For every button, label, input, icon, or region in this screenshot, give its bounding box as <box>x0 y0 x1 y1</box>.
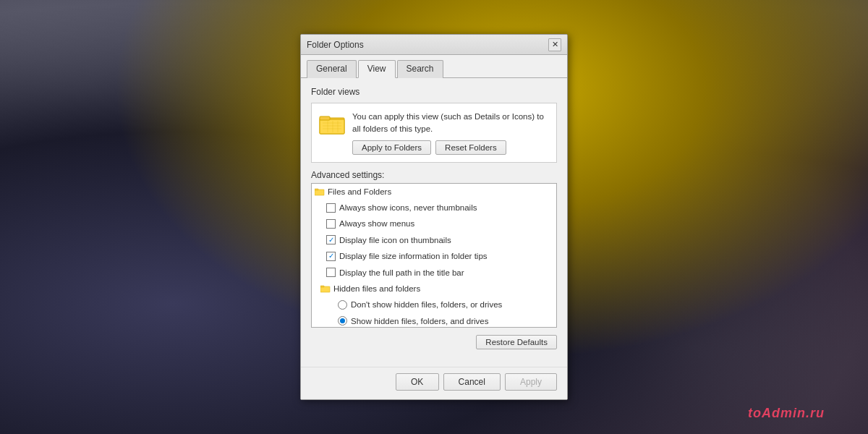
restore-row: Restore Defaults <box>311 335 557 349</box>
list-item[interactable]: Display file icon on thumbnails <box>312 232 556 248</box>
title-bar: Folder Options ✕ <box>301 35 567 55</box>
advanced-settings-list[interactable]: Files and Folders Always show icons, nev… <box>311 183 557 328</box>
dialog-body: Folder views You can apply this vie <box>301 78 567 366</box>
list-item[interactable]: Show hidden files, folders, and drives <box>312 313 556 328</box>
list-item: Files and Folders <box>312 184 556 200</box>
checkbox-display-file-size[interactable] <box>326 252 336 261</box>
list-item: Hidden files and folders <box>312 281 556 297</box>
display-file-size-label: Display file size information in folder … <box>339 250 488 263</box>
folder-views-buttons: Apply to Folders Reset Folders <box>352 140 549 155</box>
show-hidden-label: Show hidden files, folders, and drives <box>351 315 489 328</box>
reset-folders-button[interactable]: Reset Folders <box>435 140 506 155</box>
folder-views-box: You can apply this view (such as Details… <box>311 103 557 162</box>
apply-to-folders-button[interactable]: Apply to Folders <box>352 140 431 155</box>
folder-views-content: You can apply this view (such as Details… <box>352 111 549 154</box>
hidden-files-folders-label: Hidden files and folders <box>333 282 420 295</box>
advanced-settings-label: Advanced settings: <box>311 170 557 180</box>
svg-rect-10 <box>315 189 318 190</box>
list-item[interactable]: Display the full path in the title bar <box>312 265 556 281</box>
cancel-button[interactable]: Cancel <box>443 373 501 391</box>
ok-button[interactable]: OK <box>396 373 439 391</box>
folder-small-icon-2 <box>320 284 331 293</box>
files-and-folders-label: Files and Folders <box>328 185 391 198</box>
svg-rect-2 <box>320 116 330 120</box>
checkbox-always-show-icons[interactable] <box>326 203 336 213</box>
dialog-title: Folder Options <box>307 40 364 50</box>
folder-options-dialog: Folder Options ✕ General View Search Fol… <box>300 34 568 399</box>
dialog-overlay: Folder Options ✕ General View Search Fol… <box>0 0 868 434</box>
radio-show-hidden[interactable] <box>338 316 347 326</box>
display-file-icon-label: Display file icon on thumbnails <box>339 234 451 247</box>
list-item[interactable]: Don't show hidden files, folders, or dri… <box>312 297 556 312</box>
folder-views-label: Folder views <box>311 87 557 97</box>
checkbox-always-show-menus[interactable] <box>326 219 336 229</box>
restore-defaults-button[interactable]: Restore Defaults <box>476 335 557 349</box>
dont-show-hidden-label: Don't show hidden files, folders, or dri… <box>351 298 502 311</box>
close-button[interactable]: ✕ <box>548 38 561 51</box>
always-show-icons-label: Always show icons, never thumbnails <box>339 201 477 214</box>
folder-views-description: You can apply this view (such as Details… <box>352 111 549 134</box>
folder-small-icon <box>315 187 325 196</box>
svg-rect-12 <box>320 286 324 287</box>
list-item[interactable]: Always show icons, never thumbnails <box>312 200 556 216</box>
folder-icon <box>319 112 345 135</box>
tabs-container: General View Search <box>301 55 567 78</box>
list-item[interactable]: Display file size information in folder … <box>312 248 556 264</box>
list-item[interactable]: Always show menus <box>312 216 556 231</box>
dialog-footer: OK Cancel Apply <box>301 367 567 399</box>
always-show-menus-label: Always show menus <box>339 217 414 230</box>
display-full-path-label: Display the full path in the title bar <box>339 266 464 279</box>
radio-dont-show-hidden[interactable] <box>338 300 347 310</box>
tab-search[interactable]: Search <box>397 60 443 78</box>
checkbox-display-file-icon[interactable] <box>326 235 336 244</box>
apply-button[interactable]: Apply <box>505 373 557 391</box>
tab-general[interactable]: General <box>307 60 357 78</box>
svg-rect-1 <box>320 119 344 134</box>
tab-view[interactable]: View <box>358 60 396 78</box>
checkbox-display-full-path[interactable] <box>326 268 336 277</box>
